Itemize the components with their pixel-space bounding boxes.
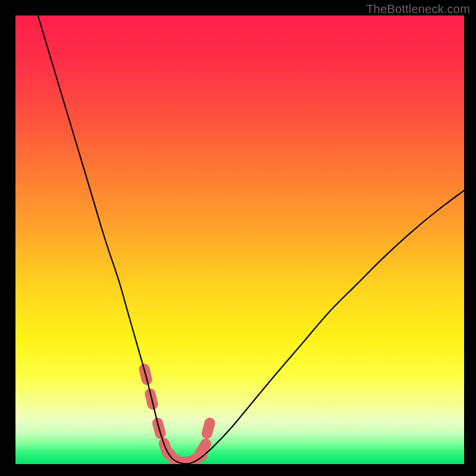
chart-frame: TheBottleneck.com [0,0,476,476]
marker [207,423,210,433]
bottleneck-chart [15,15,464,464]
gradient-background [15,15,464,464]
marker [200,444,205,453]
watermark-label: TheBottleneck.com [366,2,470,16]
